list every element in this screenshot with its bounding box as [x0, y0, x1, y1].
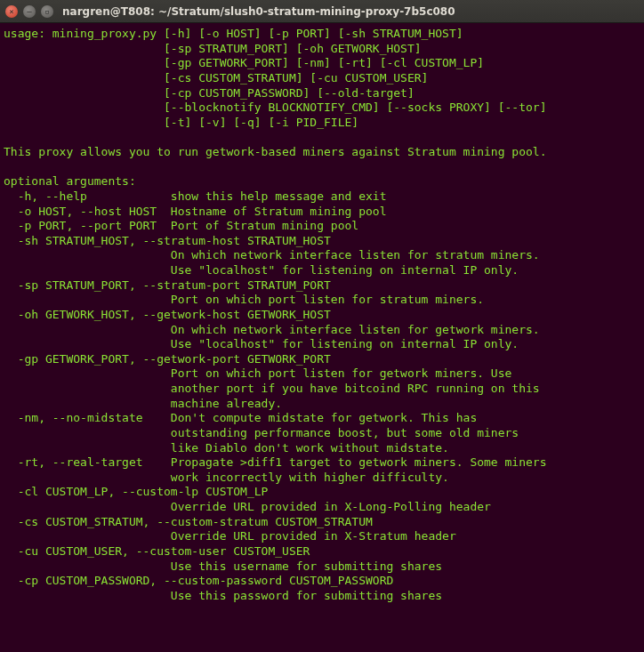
- titlebar[interactable]: × – ▫ nargren@T808: ~/Stratum/slush0-str…: [0, 0, 644, 23]
- terminal-output[interactable]: usage: mining_proxy.py [-h] [-o HOST] [-…: [0, 23, 644, 607]
- window-title: nargren@T808: ~/Stratum/slush0-stratum-m…: [62, 5, 455, 18]
- maximize-icon[interactable]: ▫: [41, 5, 53, 18]
- close-icon[interactable]: ×: [5, 5, 18, 18]
- minimize-icon[interactable]: –: [23, 5, 36, 18]
- window-buttons: × – ▫: [5, 5, 53, 18]
